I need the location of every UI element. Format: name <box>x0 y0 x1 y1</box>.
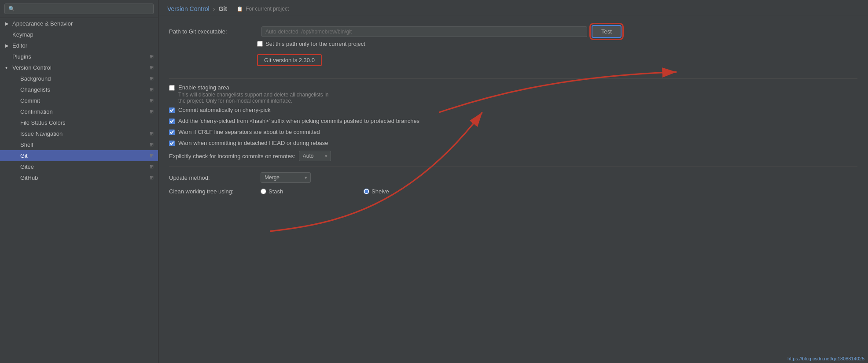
enable-staging-desc: This will disable changelists support an… <box>178 92 329 104</box>
sidebar-item-github[interactable]: GitHub⊞ <box>0 172 158 183</box>
warn-detached-checkbox[interactable] <box>169 141 175 146</box>
copy-icon-version-control: ⊞ <box>150 65 154 70</box>
copy-icon-github: ⊞ <box>150 175 154 181</box>
breadcrumb-version-control[interactable]: Version Control <box>167 5 210 12</box>
commit-cherry-pick-label: Commit automatically on cherry-pick <box>178 107 271 113</box>
sidebar-item-label-confirmation: Confirmation <box>20 108 53 115</box>
update-method-label: Update method: <box>169 174 257 181</box>
sidebar-item-label-file-status-colors: File Status Colors <box>20 119 66 126</box>
set-path-row: Set this path only for the current proje… <box>257 41 857 47</box>
sidebar-item-label-git: Git <box>20 152 28 159</box>
sidebar-item-label-version-control: Version Control <box>12 64 51 71</box>
radio-stash-label: Stash <box>268 188 357 195</box>
radio-stash[interactable] <box>261 189 266 194</box>
warn-crlf-label: Warn if CRLF line separators are about t… <box>178 129 320 135</box>
clean-working-tree-row: Clean working tree using: Stash Shelve <box>169 188 857 195</box>
sidebar-item-label-plugins: Plugins <box>12 53 31 60</box>
arrow-icon-appearance: ▶ <box>5 21 11 26</box>
enable-staging-label: Enable staging area <box>178 84 229 91</box>
copy-icon-git: ⊞ <box>150 153 154 159</box>
sidebar: ▶Appearance & BehaviorKeymap▶EditorPlugi… <box>0 0 158 363</box>
clean-working-tree-label: Clean working tree using: <box>169 188 257 195</box>
content-body: Path to Git executable: Test Set this pa… <box>158 16 868 209</box>
sidebar-item-git[interactable]: Git⊞ <box>0 150 158 161</box>
copy-icon-confirmation: ⊞ <box>150 109 154 115</box>
enable-staging-row: Enable staging area This will disable ch… <box>169 84 857 104</box>
path-label: Path to Git executable: <box>169 28 257 35</box>
sidebar-item-label-commit: Commit <box>20 97 40 104</box>
warn-detached-label: Warn when committing in detached HEAD or… <box>178 140 328 146</box>
sidebar-item-label-github: GitHub <box>20 174 38 181</box>
project-icon: 📋 <box>237 6 243 11</box>
commit-cherry-pick-checkbox[interactable] <box>169 107 175 113</box>
path-input[interactable] <box>261 26 587 37</box>
warn-crlf-checkbox[interactable] <box>169 130 175 135</box>
path-row: Path to Git executable: Test <box>169 25 857 38</box>
copy-icon-commit: ⊞ <box>150 98 154 104</box>
sidebar-item-keymap[interactable]: Keymap <box>0 29 158 40</box>
main-content: Version Control › Git 📋 For current proj… <box>158 0 868 209</box>
sidebar-item-shelf[interactable]: Shelf⊞ <box>0 139 158 150</box>
copy-icon-gitee: ⊞ <box>150 164 154 170</box>
incoming-commits-select-wrapper: Auto Always Never <box>299 151 331 161</box>
search-bar[interactable] <box>0 0 158 18</box>
sidebar-item-background[interactable]: Background⊞ <box>0 73 158 84</box>
update-method-row: Update method: Merge Rebase Branch Defau… <box>169 172 857 183</box>
sidebar-item-version-control[interactable]: ▾Version Control⊞ <box>0 62 158 73</box>
sidebar-item-confirmation[interactable]: Confirmation⊞ <box>0 106 158 117</box>
content-wrapper: Version Control › Git 📋 For current proj… <box>158 0 868 363</box>
bottom-url: https://blog.csdn.net/qq1808814025 <box>787 356 864 361</box>
add-cherry-picked-row: Add the 'cherry-picked from <hash>' suff… <box>169 118 857 124</box>
breadcrumb-separator: › <box>213 5 215 12</box>
radio-group: Stash Shelve <box>261 188 460 195</box>
update-method-select[interactable]: Merge Rebase Branch Default <box>261 172 311 183</box>
sidebar-item-plugins[interactable]: Plugins⊞ <box>0 51 158 62</box>
sidebar-item-file-status-colors[interactable]: File Status Colors <box>0 117 158 128</box>
radio-stash-option[interactable]: Stash <box>261 188 357 195</box>
arrow-icon-editor: ▶ <box>5 43 11 48</box>
sidebar-item-label-changelists: Changelists <box>20 86 50 93</box>
sidebar-item-commit[interactable]: Commit⊞ <box>0 95 158 106</box>
separator2 <box>169 167 857 167</box>
sidebar-item-appearance[interactable]: ▶Appearance & Behavior <box>0 18 158 29</box>
copy-icon-shelf: ⊞ <box>150 142 154 148</box>
search-input[interactable] <box>4 4 154 14</box>
sidebar-item-label-gitee: Gitee <box>20 163 34 170</box>
test-button[interactable]: Test <box>592 25 622 38</box>
sidebar-item-label-shelf: Shelf <box>20 141 33 148</box>
sidebar-item-label-appearance: Appearance & Behavior <box>12 20 73 27</box>
copy-icon-changelists: ⊞ <box>150 87 154 93</box>
warn-detached-row: Warn when committing in detached HEAD or… <box>169 140 857 146</box>
set-path-checkbox[interactable] <box>257 41 263 47</box>
sidebar-item-label-keymap: Keymap <box>12 31 33 38</box>
sidebar-item-label-issue-navigation: Issue Navigation <box>20 130 63 137</box>
sidebar-item-gitee[interactable]: Gitee⊞ <box>0 161 158 172</box>
sidebar-item-label-background: Background <box>20 75 51 82</box>
separator1 <box>169 78 857 79</box>
for-current-project: 📋 For current project <box>237 6 289 12</box>
warn-crlf-row: Warn if CRLF line separators are about t… <box>169 129 857 135</box>
breadcrumb-git: Git <box>218 5 227 12</box>
git-version-box: Git version is 2.30.0 <box>257 54 322 66</box>
enable-staging-checkbox[interactable] <box>169 85 175 91</box>
sidebar-item-issue-navigation[interactable]: Issue Navigation⊞ <box>0 128 158 139</box>
incoming-commits-select[interactable]: Auto Always Never <box>299 151 331 161</box>
sidebar-item-changelists[interactable]: Changelists⊞ <box>0 84 158 95</box>
update-method-select-wrapper: Merge Rebase Branch Default <box>261 172 311 183</box>
copy-icon-plugins: ⊞ <box>150 54 154 59</box>
set-path-label: Set this path only for the current proje… <box>265 41 365 47</box>
add-cherry-picked-label: Add the 'cherry-picked from <hash>' suff… <box>178 118 419 124</box>
incoming-commits-label: Explicitly check for incoming commits on… <box>169 153 295 159</box>
header-bar: Version Control › Git 📋 For current proj… <box>158 0 868 16</box>
sidebar-item-editor[interactable]: ▶Editor <box>0 40 158 51</box>
add-cherry-picked-checkbox[interactable] <box>169 119 175 124</box>
copy-icon-issue-navigation: ⊞ <box>150 131 154 137</box>
sidebar-item-label-editor: Editor <box>12 42 27 49</box>
copy-icon-background: ⊞ <box>150 76 154 81</box>
radio-shelve-label: Shelve <box>371 188 460 195</box>
radio-shelve-option[interactable]: Shelve <box>364 188 460 195</box>
commit-cherry-pick-row: Commit automatically on cherry-pick <box>169 107 857 113</box>
radio-shelve[interactable] <box>364 189 369 194</box>
incoming-commits-row: Explicitly check for incoming commits on… <box>169 151 857 161</box>
arrow-icon-version-control: ▾ <box>5 65 11 70</box>
